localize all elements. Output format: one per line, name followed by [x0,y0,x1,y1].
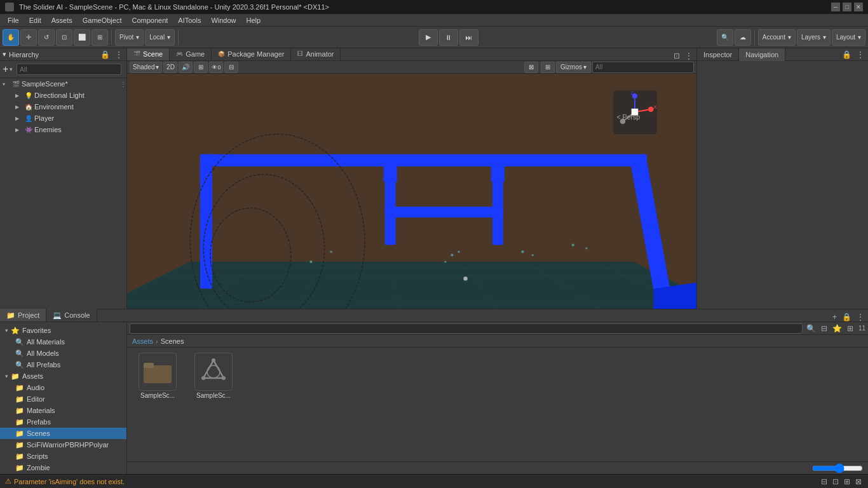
hierarchy-search-input[interactable] [17,64,121,75]
scene-tab-label: Scene [143,50,163,58]
project-zoom-slider[interactable] [812,463,863,473]
project-view-icon[interactable]: ⊞ [846,324,855,333]
maximize-button[interactable]: □ [843,3,851,11]
gizmos-dropdown[interactable]: Gizmos ▾ [556,62,591,73]
right-menu-icon[interactable]: ⋮ [855,50,865,59]
project-add-icon[interactable]: + [831,313,838,322]
scene-maximize-icon[interactable]: ⊡ [672,51,681,60]
effects-button[interactable]: ⊞ [194,62,208,73]
tab-project[interactable]: 📁 Project [0,309,46,322]
scene-extra-button[interactable]: ⊟ [224,62,238,73]
play-button[interactable]: ▶ [419,29,438,46]
sidebar-scripts[interactable]: 📁 Scripts [0,451,126,462]
scene-viewport[interactable]: Z X < Persp [127,74,696,309]
pause-button[interactable]: ⏸ [439,29,458,46]
sidebar-zombie[interactable]: 📁 Zombie [0,462,126,473]
project-star-icon[interactable]: ⭐ [831,324,843,333]
scifi-label: SciFiWarriorPBRHPPolyar [27,441,109,449]
layers-dropdown[interactable]: Layers ▾ [797,29,831,46]
sidebar-all-models[interactable]: 🔍 All Models [0,348,126,359]
project-menu-icon[interactable]: ⋮ [855,313,865,322]
hierarchy-scene-root[interactable]: ▾ 🎬 SampleScene* ⋮ [0,78,126,90]
menu-edit[interactable]: Edit [24,15,46,25]
scene-snap-btn[interactable]: ⊠ [524,62,538,73]
status-icon-4[interactable]: ⊠ [854,477,863,486]
sidebar-all-prefabs[interactable]: 🔍 All Prefabs [0,359,126,370]
tab-scene[interactable]: 🎬 Scene [127,48,170,60]
tab-animator[interactable]: 🎞 Animator [291,48,341,60]
scale-tool-button[interactable]: ⊡ [56,29,72,46]
scene-menu-icon[interactable]: ⋮ [684,51,694,60]
rotate-tool-button[interactable]: ↺ [38,29,55,46]
tab-game[interactable]: 🎮 Game [170,48,212,60]
layout-dropdown[interactable]: Layout ▾ [832,29,865,46]
minimize-button[interactable]: ─ [831,3,840,11]
right-lock-icon[interactable]: 🔒 [841,50,853,59]
tab-console[interactable]: 💻 Console [46,309,97,322]
hierarchy-menu-icon[interactable]: ⋮ [114,50,124,59]
sidebar-assets-header[interactable]: ▾ 📁 Assets [0,370,126,382]
menu-component[interactable]: Component [126,15,173,25]
global-dropdown[interactable]: Local ▾ [145,29,175,46]
project-lock-icon[interactable]: 🔒 [841,313,853,322]
hierarchy-item-player[interactable]: ▶ 👤 Player [0,112,126,124]
hierarchy-lock-icon[interactable]: 🔒 [99,50,111,59]
breadcrumb-scenes[interactable]: Scenes [161,337,184,345]
sidebar-scifi[interactable]: 📁 SciFiWarriorPBRHPPolyar [0,439,126,451]
tab-packagemanager[interactable]: 📦 Package Manager [212,48,291,60]
rect-tool-button[interactable]: ⬜ [74,29,90,46]
view2d-button[interactable]: 2D [163,62,177,73]
asset-item-scene[interactable]: SampleSc... [188,353,239,399]
close-button[interactable]: ✕ [854,3,863,11]
menu-help[interactable]: Help [241,15,266,25]
svg-text:Z: Z [630,90,634,96]
project-search-input[interactable] [130,323,803,334]
sidebar-prefabs[interactable]: 📁 Prefabs [0,416,126,428]
project-filter-icon[interactable]: ⊟ [820,324,829,333]
tab-inspector[interactable]: Inspector [697,48,739,61]
shading-dropdown[interactable]: Shaded ▾ [130,62,162,73]
menu-file[interactable]: File [3,15,24,25]
move-tool-button[interactable]: ✛ [20,29,37,46]
project-search-icon[interactable]: 🔍 [805,324,817,333]
audio-button[interactable]: 🔊 [179,62,193,73]
menu-assets[interactable]: Assets [46,15,78,25]
sidebar-materials[interactable]: 📁 Materials [0,405,126,416]
hierarchy-item-environment[interactable]: ▶ 🏠 Environment [0,101,126,112]
hierarchy-item-directionallight[interactable]: ▶ 💡 Directional Light [0,90,126,101]
sidebar-scenes[interactable]: 📁 Scenes [0,428,126,439]
scene-menu-icon[interactable]: ⋮ [120,81,126,88]
status-icon-3[interactable]: ⊞ [843,477,851,486]
all-materials-label: All Materials [27,338,65,346]
hierarchy-collapse-icon[interactable]: ▾ [3,50,6,58]
scene-row: ▾ Hierarchy 🔒 ⋮ + ▾ ▾ [0,48,868,309]
pivot-dropdown[interactable]: Pivot ▾ [115,29,144,46]
menu-window[interactable]: Window [206,15,241,25]
hierarchy-add-btn[interactable]: + [3,64,8,74]
menu-aitools[interactable]: AITools [173,15,206,25]
transform-tool-button[interactable]: ⊞ [92,29,108,46]
step-button[interactable]: ⏭ [459,29,478,46]
hierarchy-item-enemies[interactable]: ▶ 👾 Enemies [0,124,126,135]
status-icon-2[interactable]: ⊡ [831,477,840,486]
hidden-objects-button[interactable]: 👁 0 [209,62,223,73]
sidebar-audio[interactable]: 📁 Audio [0,382,126,393]
sidebar-all-materials[interactable]: 🔍 All Materials [0,336,126,348]
status-icon-1[interactable]: ⊟ [820,477,829,486]
breadcrumb-assets[interactable]: Assets [132,337,153,345]
menu-gameobject[interactable]: GameObject [78,15,127,25]
search-button[interactable]: 🔍 [717,29,733,46]
account-dropdown[interactable]: Account ▾ [758,29,796,46]
hand-tool-button[interactable]: ✋ [3,29,19,46]
cloud-button[interactable]: ☁ [735,29,751,46]
sidebar-favorites-header[interactable]: ▾ ⭐ Favorites [0,325,126,336]
scene-search-input[interactable] [592,62,694,73]
pkg-tab-label: Package Manager [227,50,284,58]
hierarchy-panel: ▾ Hierarchy 🔒 ⋮ + ▾ ▾ [0,48,127,309]
fav-arrow-icon: ▾ [5,327,8,334]
tab-navigation[interactable]: Navigation [739,48,785,61]
sidebar-editor[interactable]: 📁 Editor [0,393,126,405]
asset-item-folder[interactable]: SampleSc... [132,353,183,399]
env-label: Environment [34,103,74,111]
scene-grid-btn[interactable]: ⊞ [541,62,555,73]
